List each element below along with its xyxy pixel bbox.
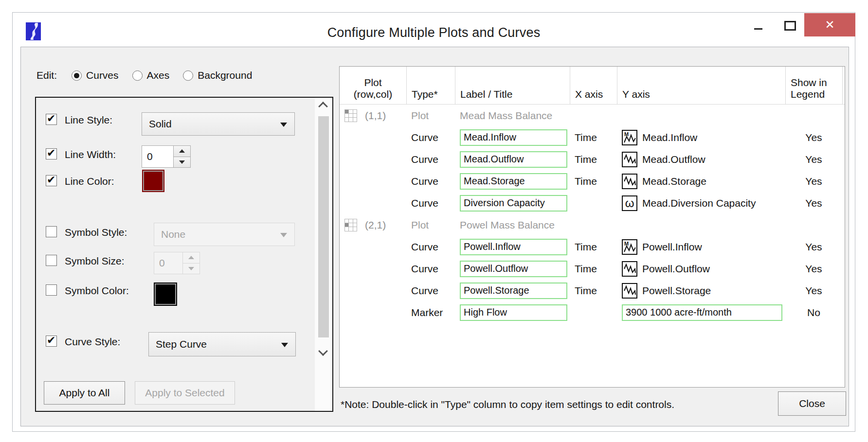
radio-curves-label: Curves (86, 70, 119, 81)
y-axis-name: Mead.Diversion Capacity (642, 197, 756, 209)
table-row-curve[interactable]: Curve Time M Powell.Inflow Yes (340, 236, 845, 258)
radio-axes-dot-icon (132, 71, 143, 81)
table-row-plot-1[interactable]: (1,1) Plot Mead Mass Balance (340, 105, 845, 126)
line-style-value: Solid (149, 118, 172, 130)
type-cell[interactable]: Curve (406, 263, 455, 275)
type-cell[interactable]: Marker (406, 307, 455, 318)
curve-style-label: Curve Style: (65, 336, 120, 348)
scroll-down-icon[interactable] (320, 348, 327, 355)
curve-label-input[interactable] (460, 261, 567, 277)
spin-up-icon[interactable] (173, 145, 191, 157)
line-color-swatch[interactable] (142, 170, 164, 192)
y-axis-wave-m-icon: M (622, 130, 637, 145)
y-axis-name: Mead.Inflow (642, 132, 697, 143)
scrollbar-thumb[interactable] (318, 116, 329, 337)
legend-cell[interactable]: Yes (785, 241, 842, 253)
plots-curves-table: Plot (row,col) Type* Label / Title X axi… (339, 66, 845, 388)
legend-cell[interactable]: Yes (785, 132, 842, 143)
x-axis-cell: Time (570, 176, 617, 187)
close-button[interactable]: Close (778, 391, 846, 416)
line-style-dropdown[interactable]: Solid (142, 112, 295, 136)
dialog-window: Configure Multiple Plots and Curves ✕ Ed… (12, 12, 855, 432)
line-color-checkbox[interactable] (46, 175, 57, 186)
curve-label-input[interactable] (460, 283, 567, 299)
line-style-checkbox[interactable] (46, 114, 57, 125)
footnote: *Note: Double-click in "Type" column to … (341, 399, 674, 410)
type-cell[interactable]: Curve (406, 132, 455, 143)
line-width-spinbox[interactable]: 0 (142, 145, 191, 168)
line-style-label: Line Style: (65, 114, 112, 126)
spin-down-icon[interactable] (173, 157, 191, 168)
edit-label: Edit: (36, 70, 57, 81)
legend-cell[interactable]: Yes (785, 263, 842, 275)
close-x-icon: ✕ (825, 19, 834, 31)
curve-label-input[interactable] (460, 129, 567, 146)
table-row-curve[interactable]: Curve Time Powell.Storage Yes (340, 280, 845, 301)
table-row-curve[interactable]: Curve Time Mead.Storage Yes (340, 170, 845, 192)
header-label-title: Label / Title (455, 67, 570, 104)
line-color-label: Line Color: (65, 176, 114, 187)
radio-axes[interactable]: Axes (132, 70, 170, 81)
radio-background[interactable]: Background (183, 70, 252, 81)
table-row-curve[interactable]: Curve Time M Mead.Inflow Yes (340, 126, 845, 148)
curve-label-input[interactable] (460, 151, 567, 168)
minimize-button[interactable] (747, 21, 769, 36)
symbol-color-checkbox[interactable] (46, 284, 57, 296)
dialog-body: Edit: Curves Axes Background Line Style:… (20, 47, 849, 426)
scroll-up-icon[interactable] (320, 102, 327, 109)
chevron-down-icon (280, 123, 287, 127)
header-y-axis: Y axis (617, 67, 785, 104)
window-title: Configure Multiple Plots and Curves (13, 25, 855, 40)
y-axis-wave-icon (622, 261, 637, 277)
type-cell[interactable]: Curve (406, 285, 455, 297)
type-cell[interactable]: Curve (406, 176, 455, 187)
legend-cell[interactable]: No (785, 307, 842, 318)
plot-grid-icon (344, 109, 357, 122)
curve-label-input[interactable] (460, 173, 567, 190)
type-cell[interactable]: Curve (406, 197, 455, 209)
table-row-curve[interactable]: Curve Time Mead.Outflow Yes (340, 148, 845, 170)
symbol-style-dropdown: None (154, 223, 295, 246)
symbol-style-checkbox[interactable] (46, 226, 57, 237)
table-row-plot-2[interactable]: (2,1) Plot Powel Mass Balance (340, 214, 845, 236)
legend-cell[interactable]: Yes (785, 285, 842, 297)
apply-to-all-button[interactable]: Apply to All (44, 381, 125, 405)
y-axis-wave-m-icon: M (622, 239, 637, 255)
plot-position: (1,1) (365, 110, 386, 122)
apply-to-selected-button: Apply to Selected (135, 381, 235, 405)
minimize-icon (754, 28, 762, 30)
maximize-button[interactable] (779, 18, 801, 35)
curve-style-dropdown[interactable]: Step Curve (148, 332, 296, 356)
symbol-size-checkbox[interactable] (46, 255, 57, 266)
title-bar: Configure Multiple Plots and Curves ✕ (13, 13, 855, 47)
legend-cell[interactable]: Yes (785, 154, 842, 165)
curve-style-checkbox[interactable] (46, 336, 57, 347)
header-filler (842, 67, 852, 104)
type-cell[interactable]: Curve (406, 154, 455, 165)
table-row-marker[interactable]: Marker No (340, 301, 845, 323)
line-width-checkbox[interactable] (46, 148, 57, 159)
curve-label-input[interactable] (460, 239, 567, 255)
line-width-value[interactable]: 0 (142, 145, 174, 168)
legend-cell[interactable]: Yes (785, 176, 842, 187)
curve-style-value: Step Curve (156, 338, 207, 350)
curve-label-input[interactable] (460, 195, 567, 212)
type-cell[interactable]: Curve (406, 241, 455, 253)
legend-cell[interactable]: Yes (785, 197, 842, 209)
close-window-button[interactable]: ✕ (804, 13, 855, 36)
symbol-color-swatch[interactable] (154, 283, 177, 306)
type-cell[interactable]: Plot (406, 219, 455, 231)
y-axis-name: Powell.Inflow (642, 241, 702, 253)
marker-value-input[interactable] (622, 304, 782, 321)
symbol-color-label: Symbol Color: (65, 285, 129, 297)
radio-curves[interactable]: Curves (72, 70, 119, 81)
marker-label-input[interactable] (460, 304, 567, 321)
type-cell[interactable]: Plot (406, 110, 455, 122)
y-axis-wave-icon (622, 283, 637, 299)
y-axis-name: Mead.Storage (642, 176, 706, 187)
chevron-down-icon (280, 233, 287, 237)
table-row-curve[interactable]: Curve Time Powell.Outflow Yes (340, 258, 845, 280)
symbol-size-label: Symbol Size: (65, 255, 125, 267)
table-row-curve[interactable]: Curve ω Mead.Diversion Capacity Yes (340, 192, 845, 214)
groupbox-scrollbar[interactable] (315, 98, 332, 411)
